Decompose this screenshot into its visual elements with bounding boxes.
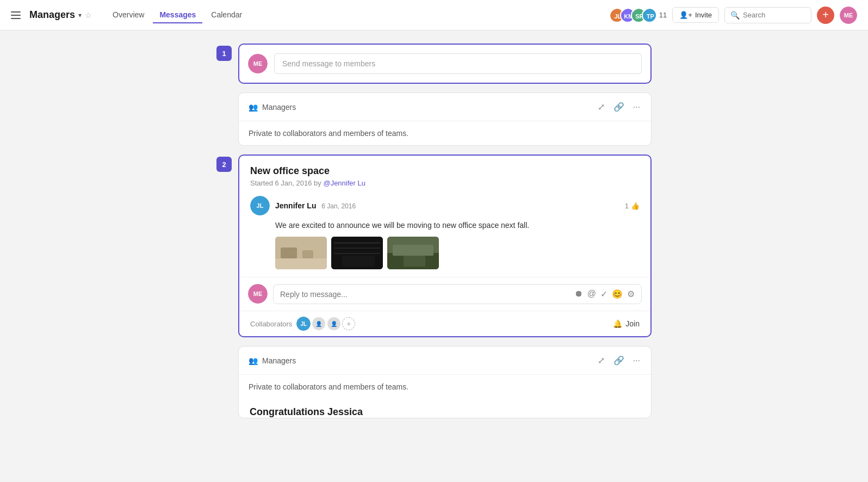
avatar-circle: ME: [840, 7, 857, 24]
group-header-1: 👥 Managers ⤢ 🔗 ···: [239, 93, 651, 121]
thread-message: JL Jennifer Lu 6 Jan, 2016 1 👍 We are ex…: [239, 189, 650, 277]
chevron-down-icon[interactable]: ▾: [78, 11, 82, 19]
search-box[interactable]: 🔍: [724, 7, 811, 23]
invite-button[interactable]: 👤+ Invite: [672, 7, 719, 23]
group-name-1: Managers: [262, 103, 296, 112]
people-icon-2: 👥: [249, 356, 258, 365]
section-number-1: 1: [216, 46, 232, 61]
app-header: Managers ▾ ☆ Overview Messages Calendar …: [0, 0, 868, 30]
group-header-2: 👥 Managers ⤢ 🔗 ···: [239, 347, 651, 375]
section-1-wrapper: 1 ME Send message to members: [216, 44, 652, 84]
svg-rect-12: [393, 245, 433, 256]
office-image-2: [331, 237, 383, 269]
section-2-wrapper: 2 New office space Started 6 Jan, 2016 b…: [216, 155, 652, 337]
reply-input-wrapper: ⏺ @ ✓ 😊 ⚙: [273, 284, 642, 304]
group-header-right-2: ⤢ 🔗 ···: [597, 354, 641, 367]
thread-title: New office space: [250, 165, 640, 177]
group-header-right-1: ⤢ 🔗 ···: [597, 101, 641, 113]
group-card-2-wrapper: 👥 Managers ⤢ 🔗 ··· Private to collaborat…: [238, 346, 652, 418]
menu-icon[interactable]: [11, 9, 24, 22]
group-name-2: Managers: [262, 356, 296, 365]
reply-avatar: ME: [248, 284, 268, 304]
link-button-1[interactable]: 🔗: [612, 101, 625, 113]
reply-input-top: ⏺ @ ✓ 😊 ⚙: [274, 285, 641, 304]
group-header-left-1: 👥 Managers: [249, 103, 296, 112]
group-description-1: Private to collaborators and members of …: [239, 121, 651, 145]
group-card-2: 👥 Managers ⤢ 🔗 ··· Private to collaborat…: [238, 346, 652, 418]
people-icon: 👥: [249, 103, 258, 112]
collab-avatar-1: JL: [296, 317, 311, 331]
settings-icon[interactable]: ⚙: [627, 289, 635, 299]
add-collaborator-button[interactable]: +: [342, 317, 355, 330]
expand-button-1[interactable]: ⤢: [597, 101, 606, 113]
search-icon: 🔍: [730, 11, 740, 20]
checkmark-icon[interactable]: ✓: [600, 289, 607, 299]
title-row: Managers ▾ ☆: [29, 9, 92, 21]
message-avatar: JL: [250, 196, 270, 215]
congratulations-title: Congratulations Jessica: [239, 399, 651, 418]
more-button-1[interactable]: ···: [632, 101, 641, 113]
svg-rect-1: [281, 248, 297, 258]
avatar: TP: [643, 9, 657, 23]
office-image-3: [387, 237, 439, 269]
office-image-1: [275, 237, 327, 269]
svg-rect-3: [275, 258, 327, 269]
page-title: Managers: [29, 9, 75, 21]
expand-button-2[interactable]: ⤢: [597, 354, 606, 367]
thread-author-link[interactable]: @Jennifer Lu: [323, 179, 365, 187]
bell-icon: 🔔: [613, 319, 622, 328]
at-icon[interactable]: @: [587, 289, 596, 299]
reply-area: ME ⏺ @ ✓ 😊 ⚙: [239, 277, 650, 311]
collaborators-avatars: JL 👤 👤 +: [296, 317, 355, 331]
add-button[interactable]: +: [817, 7, 834, 24]
thumbsup-icon[interactable]: 👍: [631, 202, 640, 210]
tab-overview[interactable]: Overview: [106, 7, 151, 23]
thread-header: New office space Started 6 Jan, 2016 by …: [239, 156, 650, 189]
header-left: Managers ▾ ☆ Overview Messages Calendar: [11, 7, 609, 23]
message-header: JL Jennifer Lu 6 Jan, 2016 1 👍: [250, 196, 640, 215]
avatar-circle: ME: [248, 284, 268, 304]
reply-input[interactable]: [280, 290, 570, 299]
members-count: 11: [659, 11, 667, 19]
compose-input[interactable]: Send message to members: [274, 53, 642, 74]
like-count: 1: [625, 202, 629, 210]
message-actions: 1 👍: [625, 202, 640, 210]
message-date: 6 Jan, 2016: [321, 202, 356, 210]
svg-rect-2: [302, 250, 313, 258]
search-input[interactable]: [743, 11, 805, 19]
group-card-1: 👥 Managers ⤢ 🔗 ··· Private to collaborat…: [238, 92, 652, 146]
header-nav: Overview Messages Calendar: [106, 7, 249, 23]
collaborators-left: Collaborators JL 👤 👤 +: [250, 317, 355, 331]
thread-meta: Started 6 Jan, 2016 by @Jennifer Lu: [250, 179, 640, 187]
compose-card: ME Send message to members: [238, 44, 652, 84]
tab-messages[interactable]: Messages: [153, 7, 202, 23]
more-button-2[interactable]: ···: [632, 355, 641, 367]
star-icon[interactable]: ☆: [85, 11, 92, 20]
emoji-icon[interactable]: 😊: [612, 289, 623, 299]
compose-area: ME Send message to members: [239, 45, 650, 83]
main-content: 1 ME Send message to members 👥 Managers …: [216, 30, 652, 431]
group-header-left-2: 👥 Managers: [249, 356, 296, 365]
svg-rect-9: [331, 237, 383, 269]
user-avatar[interactable]: ME: [840, 7, 857, 24]
reply-icons: ⏺ @ ✓ 😊 ⚙: [574, 289, 635, 299]
collab-avatar-3: 👤: [327, 317, 341, 331]
group-card-1-wrapper: 👥 Managers ⤢ 🔗 ··· Private to collaborat…: [238, 92, 652, 146]
avatar-circle: ME: [248, 54, 268, 73]
header-right: JL KM SR TP 11 👤+ Invite 🔍 + ME: [609, 7, 857, 24]
invite-people-icon: 👤+: [679, 11, 692, 19]
message-body: We are excited to announce we will be mo…: [250, 220, 640, 231]
avatar-circle: JL: [250, 196, 270, 215]
svg-rect-13: [404, 256, 425, 267]
collaborators-bar: Collaborators JL 👤 👤 + 🔔 Join: [239, 311, 650, 336]
record-icon[interactable]: ⏺: [574, 289, 583, 299]
message-author-info: Jennifer Lu 6 Jan, 2016: [275, 201, 356, 210]
thread-card: New office space Started 6 Jan, 2016 by …: [238, 155, 652, 337]
link-button-2[interactable]: 🔗: [612, 354, 625, 367]
compose-avatar: ME: [248, 54, 268, 73]
group-description-2: Private to collaborators and members of …: [239, 375, 651, 399]
section-number-2: 2: [216, 157, 232, 172]
join-button[interactable]: 🔔 Join: [613, 319, 640, 328]
message-author: Jennifer Lu: [275, 201, 316, 210]
tab-calendar[interactable]: Calendar: [204, 7, 249, 23]
